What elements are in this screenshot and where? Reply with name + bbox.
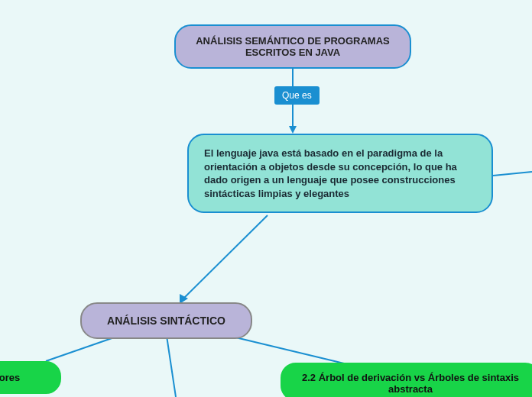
svg-marker-2: [289, 126, 297, 134]
adores-node[interactable]: adores: [0, 361, 61, 394]
svg-line-8: [229, 336, 344, 363]
description-node[interactable]: El lenguaje java está basado en el parad…: [187, 134, 493, 213]
description-node-text: El lenguaje java está basado en el parad…: [204, 147, 457, 199]
adores-node-text: adores: [0, 372, 20, 383]
edge-label-que-es: Que es: [274, 86, 320, 105]
svg-line-6: [46, 336, 118, 361]
arbol-node[interactable]: 2.2 Árbol de derivación vs Árboles de si…: [281, 363, 532, 397]
analysis-node-text: ANÁLISIS SINTÁCTICO: [107, 315, 225, 327]
svg-line-5: [493, 172, 532, 176]
analysis-node[interactable]: ANÁLISIS SINTÁCTICO: [80, 302, 252, 339]
root-node-title[interactable]: ANÁLISIS SEMÁNTICO DE PROGRAMAS ESCRITOS…: [174, 24, 411, 69]
svg-line-7: [167, 336, 176, 397]
edge-label-que-es-text: Que es: [282, 90, 312, 101]
svg-line-3: [182, 215, 268, 300]
arbol-node-text: 2.2 Árbol de derivación vs Árboles de si…: [302, 372, 519, 395]
root-node-title-text: ANÁLISIS SEMÁNTICO DE PROGRAMAS ESCRITOS…: [196, 35, 390, 58]
